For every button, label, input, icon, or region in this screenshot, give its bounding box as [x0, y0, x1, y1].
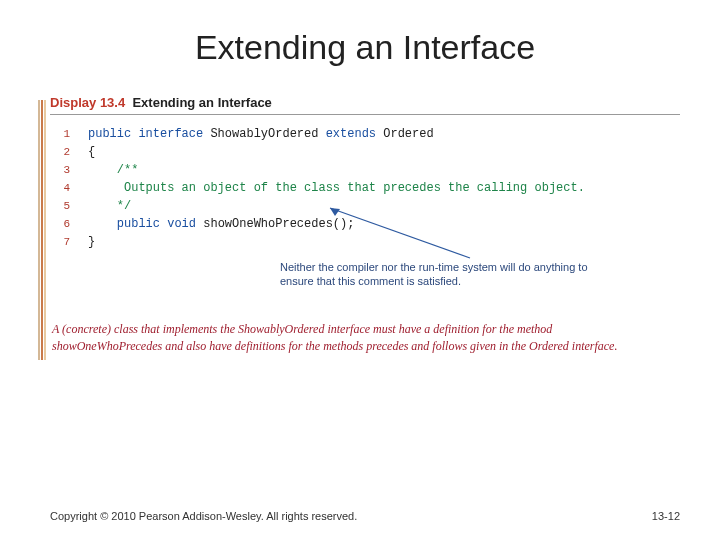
keyword: public void — [88, 217, 196, 231]
method: showOneWhoPrecedes(); — [196, 217, 354, 231]
comment: Outputs an object of the class that prec… — [88, 179, 585, 197]
keyword: public interface — [88, 127, 203, 141]
page-number: 13-12 — [652, 510, 680, 522]
line-number: 5 — [50, 198, 70, 215]
line-number: 7 — [50, 234, 70, 251]
code-line: 3 /** — [50, 161, 680, 179]
code-line: 2 { — [50, 143, 680, 161]
identifier: ShowablyOrdered — [203, 127, 325, 141]
line-number: 3 — [50, 162, 70, 179]
line-number: 1 — [50, 126, 70, 143]
display-caption: Extending an Interface — [132, 95, 271, 110]
comment: */ — [88, 197, 131, 215]
display-number: 13.4 — [100, 95, 125, 110]
display-header: Display 13.4 Extending an Interface — [50, 95, 680, 110]
brace: } — [88, 233, 95, 251]
line-number: 4 — [50, 180, 70, 197]
comment: /** — [88, 161, 138, 179]
code-line: 7 } — [50, 233, 680, 251]
code-block: 1 public interface ShowablyOrdered exten… — [50, 125, 680, 251]
slide: Extending an Interface Display 13.4 Exte… — [0, 0, 720, 540]
display-label: Display — [50, 95, 96, 110]
slide-title: Extending an Interface — [50, 28, 680, 67]
code-line: 4 Outputs an object of the class that pr… — [50, 179, 680, 197]
code-line: 1 public interface ShowablyOrdered exten… — [50, 125, 680, 143]
line-number: 2 — [50, 144, 70, 161]
explanatory-note: A (concrete) class that implements the S… — [50, 321, 680, 355]
identifier: Ordered — [376, 127, 434, 141]
annotation-text: Neither the compiler nor the run-time sy… — [280, 260, 600, 289]
footer: Copyright © 2010 Pearson Addison-Wesley.… — [50, 510, 680, 522]
copyright-text: Copyright © 2010 Pearson Addison-Wesley.… — [50, 510, 357, 522]
line-number: 6 — [50, 216, 70, 233]
code-line: 5 */ — [50, 197, 680, 215]
divider — [50, 114, 680, 115]
brace: { — [88, 143, 95, 161]
code-line: 6 public void showOneWhoPrecedes(); — [50, 215, 680, 233]
decorative-stripes — [38, 100, 48, 360]
keyword: extends — [326, 127, 376, 141]
